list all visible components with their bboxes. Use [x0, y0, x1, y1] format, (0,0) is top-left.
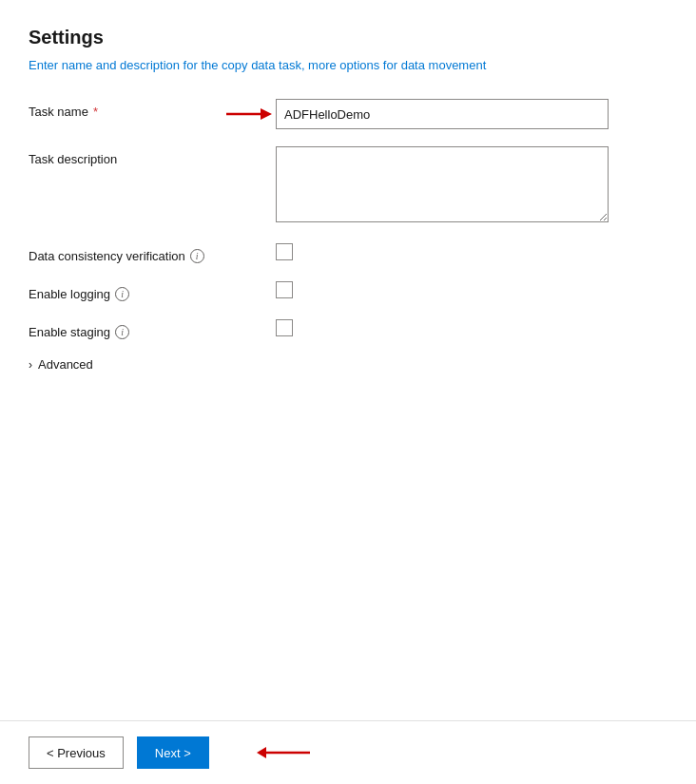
- data-consistency-row: Data consistency verification i: [29, 243, 667, 264]
- data-consistency-checkbox[interactable]: [276, 243, 293, 260]
- data-consistency-label: Data consistency verification i: [29, 243, 276, 263]
- advanced-section[interactable]: › Advanced: [29, 357, 667, 372]
- chevron-right-icon: ›: [29, 358, 32, 372]
- next-button-arrow: [257, 742, 310, 763]
- page-subtitle: Enter name and description for the copy …: [29, 58, 667, 72]
- task-name-input[interactable]: [276, 99, 609, 129]
- task-name-wrapper: [276, 99, 667, 129]
- task-description-label: Task description: [29, 146, 276, 166]
- task-name-arrow: [226, 105, 272, 124]
- svg-marker-1: [261, 108, 272, 120]
- enable-staging-row: Enable staging i: [29, 319, 667, 340]
- task-name-control: [276, 99, 667, 129]
- enable-logging-control: [276, 281, 667, 302]
- required-star: *: [93, 105, 98, 119]
- task-name-row: Task name *: [29, 99, 667, 129]
- enable-logging-row: Enable logging i: [29, 281, 667, 302]
- task-description-input[interactable]: [276, 146, 609, 222]
- enable-logging-label: Enable logging i: [29, 281, 276, 301]
- enable-staging-control: [276, 319, 667, 340]
- previous-button[interactable]: < Previous: [29, 736, 124, 769]
- content-area: Settings Enter name and description for …: [0, 0, 696, 720]
- task-description-control: [276, 146, 667, 226]
- footer-area: < Previous Next >: [0, 720, 696, 784]
- page-title: Settings: [29, 27, 667, 48]
- enable-logging-info-icon[interactable]: i: [115, 287, 129, 301]
- enable-staging-checkbox[interactable]: [276, 319, 293, 336]
- page-container: Settings Enter name and description for …: [0, 0, 696, 784]
- data-consistency-control: [276, 243, 667, 264]
- enable-staging-label: Enable staging i: [29, 319, 276, 339]
- next-button[interactable]: Next >: [137, 736, 209, 769]
- svg-marker-3: [257, 747, 266, 758]
- task-description-row: Task description: [29, 146, 667, 226]
- enable-logging-checkbox[interactable]: [276, 281, 293, 298]
- advanced-label: Advanced: [38, 357, 93, 372]
- enable-staging-info-icon[interactable]: i: [115, 325, 129, 339]
- data-consistency-info-icon[interactable]: i: [190, 249, 204, 263]
